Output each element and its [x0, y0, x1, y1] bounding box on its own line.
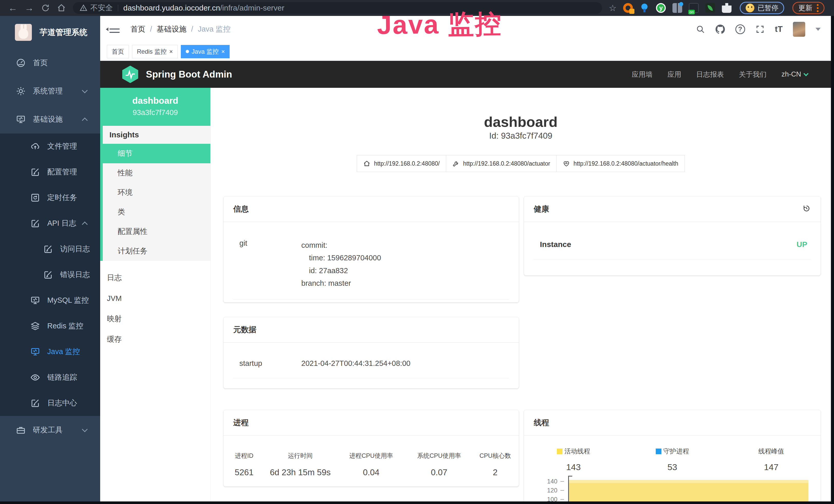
actuator-url-button[interactable]: http://192.168.0.2:48080/actuator	[446, 155, 556, 172]
tab-home[interactable]: 首页	[107, 45, 129, 58]
sidebar-item-api-logs[interactable]: API 日志	[0, 210, 100, 236]
browser-home-icon[interactable]	[57, 4, 66, 12]
font-size-icon[interactable]: tT	[775, 24, 783, 34]
sba-menu-mappings[interactable]: 映射	[100, 308, 211, 329]
sidebar-item-error-logs[interactable]: 错误日志	[0, 262, 100, 288]
extension-icon-leaf[interactable]	[705, 3, 715, 13]
page-instance-id: Id: 93a3fc7f7409	[211, 131, 831, 141]
sba-menu-scheduled-tasks[interactable]: 计划任务	[103, 241, 211, 261]
briefcase-icon	[16, 425, 26, 435]
breadcrumb-infra[interactable]: 基础设施	[157, 24, 186, 35]
extension-icon-grid[interactable]	[673, 3, 682, 13]
sidebar-item-infra[interactable]: 基础设施	[0, 105, 100, 134]
tab-redis-monitor[interactable]: Redis 监控 ×	[132, 45, 178, 58]
sidebar-item-home[interactable]: 首页	[0, 49, 100, 77]
sidebar-item-system[interactable]: 系统管理	[0, 77, 100, 105]
sidebar-item-label: Redis 监控	[47, 321, 83, 331]
tab-label: Redis 监控	[137, 47, 167, 56]
page-scrollbar[interactable]	[831, 16, 834, 501]
browser-back-icon[interactable]: ←	[8, 3, 18, 13]
sba-header: Spring Boot Admin 应用墙 应用 日志报表 关于我们 zh-CN	[100, 61, 831, 88]
browser-nav-buttons: ← →	[8, 3, 66, 13]
live-threads-value: 143	[524, 462, 623, 472]
url-host: dashboard.yudao.iocoder.cn	[123, 4, 220, 12]
sidebar-item-log-center[interactable]: 日志中心	[0, 390, 100, 416]
sidebar-item-java-monitor[interactable]: Java 监控	[0, 339, 100, 365]
sba-language-select[interactable]: zh-CN	[781, 70, 808, 78]
card-process: 进程 进程ID 运行时间 进程CPU使用率 系统CPU使用率 CPU核心数	[223, 410, 519, 486]
address-bar[interactable]: 不安全 dashboard.yudao.iocoder.cn/infra/adm…	[73, 2, 602, 14]
tab-java-monitor[interactable]: Java 监控 ×	[181, 45, 229, 58]
process-sys-cpu: 0.07	[407, 463, 471, 481]
sidebar-item-config-manage[interactable]: 配置管理	[0, 159, 100, 185]
chart-y-axis-cap	[568, 476, 572, 477]
history-icon[interactable]	[802, 204, 811, 214]
daemon-threads-swatch	[656, 449, 661, 454]
ytick-140: 140	[524, 478, 557, 485]
ytick-dash	[561, 499, 564, 500]
sidebar-item-label: 首页	[33, 58, 48, 68]
sidebar-item-scheduled-jobs[interactable]: 定时任务	[0, 185, 100, 210]
card-health: 健康 Instance UP	[524, 197, 821, 275]
sidebar-item-label: 链路追踪	[47, 372, 77, 383]
github-icon[interactable]	[715, 24, 725, 34]
avatar-caret-icon[interactable]	[815, 28, 821, 31]
ytick-dash	[561, 481, 564, 482]
sba-menu-caches[interactable]: 缓存	[100, 329, 211, 350]
sba-instance-header: dashboard 93a3fc7f7409	[100, 88, 211, 126]
page-title: dashboard	[211, 113, 831, 130]
bookmark-star-icon[interactable]: ☆	[609, 3, 616, 13]
breadcrumb-home[interactable]: 首页	[130, 24, 146, 35]
sidebar-item-tracing[interactable]: 链路追踪	[0, 365, 100, 390]
git-id-line: id: 27aa832	[301, 265, 509, 277]
sba-nav-applications[interactable]: 应用	[667, 70, 681, 79]
extensions-puzzle-icon[interactable]	[722, 3, 731, 13]
browser-menu-kebab-icon[interactable]	[817, 4, 818, 12]
sba-menu-details[interactable]: 细节	[103, 144, 211, 163]
extension-icon-pin[interactable]	[640, 3, 649, 13]
profile-paused-chip[interactable]: 已暂停	[740, 2, 784, 14]
fullscreen-icon[interactable]	[755, 25, 765, 34]
sba-nav-journal[interactable]: 日志报表	[696, 70, 724, 79]
sba-menu-metrics[interactable]: 性能	[103, 163, 211, 183]
sidebar-item-file-manage[interactable]: 文件管理	[0, 134, 100, 159]
legend-label: 守护进程	[663, 447, 689, 456]
browser-forward-icon[interactable]: →	[25, 3, 34, 13]
sba-menu-environment[interactable]: 环境	[103, 183, 211, 202]
sba-nav-wallboard[interactable]: 应用墙	[632, 70, 652, 79]
service-url-button[interactable]: http://192.168.0.2:48080/	[357, 155, 446, 172]
sidebar-item-label: Java 监控	[47, 347, 80, 357]
help-icon[interactable]: ?	[736, 24, 745, 34]
close-icon[interactable]: ×	[169, 48, 173, 55]
security-warning-icon[interactable]	[80, 4, 87, 12]
close-icon[interactable]: ×	[221, 48, 225, 55]
sba-menu-config-props[interactable]: 配置属性	[103, 222, 211, 241]
sidebar-item-label: 研发工具	[33, 425, 63, 435]
collapse-sidebar-icon[interactable]	[109, 25, 120, 33]
leaf-shape	[708, 5, 713, 11]
chevron-down-icon	[82, 427, 88, 432]
sidebar-item-devtools[interactable]: 研发工具	[0, 416, 100, 444]
update-label: 更新	[798, 3, 812, 13]
pin-tail	[643, 9, 645, 12]
search-icon[interactable]	[696, 25, 705, 34]
user-avatar[interactable]	[793, 22, 805, 37]
extension-icon-reader[interactable]: on	[689, 3, 699, 13]
legend-label: 线程峰值	[759, 447, 784, 456]
sba-menu-classes[interactable]: 类	[103, 202, 211, 222]
extension-icon-y-green[interactable]: y	[656, 3, 666, 13]
sidebar-item-redis-monitor[interactable]: Redis 监控	[0, 313, 100, 339]
extension-icon-orange[interactable]	[623, 3, 633, 13]
sba-menu-logs[interactable]: 日志	[100, 268, 211, 288]
security-label[interactable]: 不安全	[90, 3, 113, 13]
live-threads-swatch	[557, 449, 563, 454]
health-url-button[interactable]: http://192.168.0.2:48080/actuator/health	[556, 155, 685, 172]
window-bottom-edge	[0, 501, 834, 504]
sba-nav-about[interactable]: 关于我们	[739, 70, 766, 79]
sba-menu-jvm[interactable]: JVM	[100, 288, 211, 308]
sidebar-item-mysql-monitor[interactable]: MySQL 监控	[0, 288, 100, 313]
browser-update-button[interactable]: 更新	[792, 2, 825, 14]
process-col-proc-cpu: 进程CPU使用率	[336, 448, 407, 463]
browser-reload-icon[interactable]	[41, 4, 50, 12]
sidebar-item-access-logs[interactable]: 访问日志	[0, 236, 100, 262]
